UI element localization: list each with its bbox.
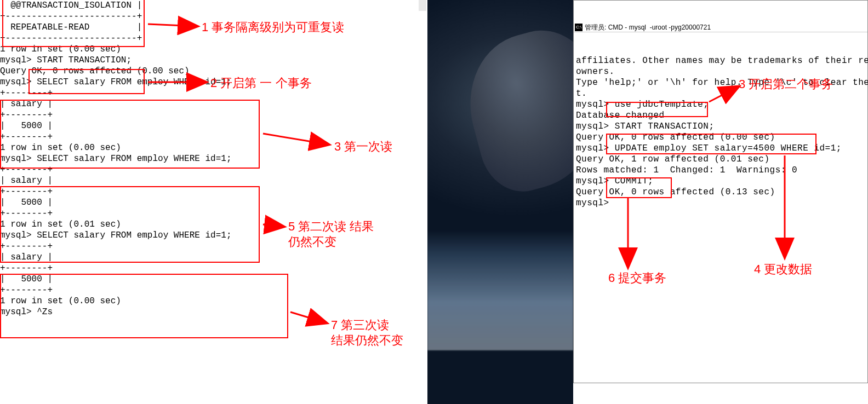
annotation-1: 1 事务隔离级别为可重复读	[202, 20, 344, 35]
annotation-r4: 4 更改数据	[754, 262, 812, 277]
term-line: Query OK, 1 row affected (0.01 sec)	[576, 154, 770, 164]
highlight-box-third-read	[0, 274, 288, 338]
term-line: owners.	[576, 67, 615, 77]
annotation-7: 7 第三次读结果仍然不变	[331, 318, 403, 348]
window-title: 管理员: CMD - mysql -uroot -pyg20000721	[585, 22, 711, 33]
term-prompt: mysql> START TRANSACTION;	[576, 122, 715, 131]
term-line: mysql>	[576, 198, 609, 208]
annotation-5: 5 第二次读 结果仍然不变	[288, 219, 374, 250]
annotation-r6: 6 提交事务	[608, 270, 666, 286]
highlight-box-commit	[606, 177, 672, 198]
term-prompt: mysql> START TRANSACTION;	[0, 55, 132, 65]
highlight-box-second-read	[0, 186, 260, 263]
term-line: t.	[576, 89, 587, 99]
term-line: | salary |	[0, 176, 53, 186]
annotation-r3: 3 开启第二个事务	[739, 77, 833, 92]
annotation-2: 2 开启第 一 个事务	[210, 76, 312, 91]
term-line: Rows matched: 1 Changed: 1 Warnings: 0	[576, 165, 797, 175]
highlight-box-start-tx-1	[28, 69, 145, 94]
window-titlebar[interactable]: C:\ 管理员: CMD - mysql -uroot -pyg20000721	[574, 22, 867, 32]
term-line: affiliates. Other names may be trademark…	[576, 56, 868, 66]
desktop-wallpaper	[427, 0, 573, 404]
scrollbar-thumb[interactable]	[419, 0, 426, 11]
annotation-3: 3 第一次读	[334, 139, 392, 154]
term-line: +--------+	[0, 263, 53, 273]
cmd-icon: C:\	[575, 24, 583, 31]
highlight-box-start-tx-2	[606, 102, 708, 117]
highlight-box-update	[606, 134, 816, 154]
highlight-box-isolation	[2, 0, 145, 47]
highlight-box-first-read	[0, 100, 260, 169]
